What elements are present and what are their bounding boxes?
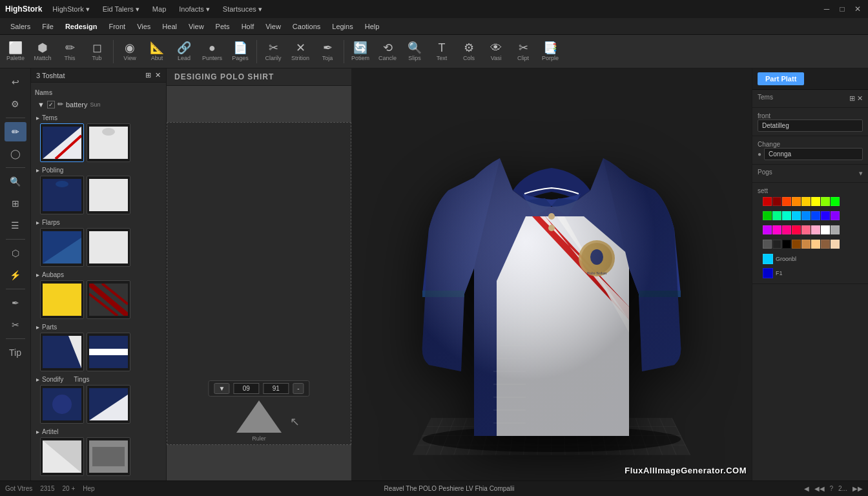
color-white[interactable]: [821, 225, 830, 234]
toolbar-cols[interactable]: ⚙ Cols: [456, 41, 482, 63]
toolbar-vasi[interactable]: 👁 Vasi: [483, 41, 509, 63]
menu-pets[interactable]: Pets: [211, 21, 235, 32]
menu-map[interactable]: Map: [150, 4, 169, 15]
color-light-blue[interactable]: [792, 211, 801, 220]
toolbar-porple[interactable]: 📑 Porple: [537, 41, 563, 63]
toolbar-pages[interactable]: 📄 Pages: [227, 41, 253, 63]
color-darkred[interactable]: [772, 197, 781, 206]
category-artitel[interactable]: ▸ Artitel: [35, 426, 162, 437]
font-dropdown-btn[interactable]: ▼: [214, 383, 229, 394]
color-light-pink[interactable]: [801, 225, 811, 234]
thumbnail-stripe-blue[interactable]: [87, 385, 130, 424]
menu-view[interactable]: View: [183, 21, 209, 32]
menu-holf[interactable]: Holf: [236, 21, 260, 32]
tool-cut[interactable]: ✂: [5, 315, 26, 335]
color-orange[interactable]: [792, 197, 801, 206]
menu-startsuces[interactable]: Startsuces ▾: [220, 4, 265, 15]
thumbnail-white-3[interactable]: [87, 228, 130, 267]
thumbnail-white-diagonal[interactable]: [40, 437, 84, 476]
change-input[interactable]: [764, 148, 863, 160]
font-minus-btn[interactable]: -: [293, 383, 304, 394]
color-dark-blue[interactable]: [821, 211, 830, 220]
color-orange-red[interactable]: [782, 197, 791, 206]
color-magenta[interactable]: [772, 225, 781, 234]
status-nav-next[interactable]: ▶▶: [852, 485, 863, 492]
canvas-body[interactable]: ▼ - Ruler ↖: [167, 86, 351, 480]
color-custom-2[interactable]: [763, 268, 773, 278]
tool-search[interactable]: 🔍: [5, 172, 26, 191]
menu-highstork[interactable]: HighStork ▾: [50, 4, 92, 15]
thumbnail-photo[interactable]: [87, 437, 130, 476]
toolbar-abut[interactable]: 📐 Abut: [144, 41, 170, 63]
menu-caotions[interactable]: Caotions: [287, 21, 326, 32]
color-near-black[interactable]: [772, 240, 781, 249]
toolbar-text[interactable]: T Text: [429, 41, 455, 63]
color-teal-green[interactable]: [782, 211, 791, 220]
thumbnail-yellow[interactable]: [40, 280, 84, 319]
panel-icon-settings[interactable]: ⊞: [145, 71, 151, 79]
color-tan[interactable]: [801, 240, 811, 249]
layer-item-battery[interactable]: ▼ ✓ ✏ battery Sun: [35, 99, 162, 110]
menu-file[interactable]: File: [37, 21, 59, 32]
status-nav-prev2[interactable]: ◀◀: [814, 485, 825, 492]
thumbnail-white[interactable]: [87, 123, 130, 162]
tool-back[interactable]: ↩: [5, 72, 26, 92]
color-pink-red[interactable]: [792, 225, 801, 234]
color-custom-1[interactable]: [763, 254, 773, 264]
color-blue[interactable]: [811, 211, 820, 220]
color-hot-pink[interactable]: [782, 225, 791, 234]
toolbar-tub[interactable]: ◻ Tub: [84, 41, 110, 63]
color-yellow-green[interactable]: [821, 197, 830, 206]
panel-close-icon[interactable]: ✕: [155, 71, 161, 79]
toolbar-cancle[interactable]: ⟲ Cancle: [375, 41, 400, 63]
tool-tip[interactable]: Tip: [5, 343, 26, 362]
color-brown[interactable]: [792, 240, 801, 249]
tool-grid[interactable]: ⊞: [5, 194, 26, 213]
category-parts[interactable]: ▸ Parts: [35, 322, 162, 333]
menu-view2[interactable]: View: [260, 21, 286, 32]
color-sienna[interactable]: [821, 240, 830, 249]
thumbnail-navy-solid[interactable]: [40, 176, 84, 214]
menu-redesign[interactable]: Redesign: [60, 21, 103, 32]
color-green[interactable]: [831, 197, 840, 206]
tool-layers[interactable]: ☰: [5, 216, 26, 235]
part-platt-button[interactable]: Part Platt: [758, 72, 804, 85]
color-yellow[interactable]: [811, 197, 820, 206]
toolbar-strition[interactable]: ✕ Strition: [287, 41, 313, 63]
color-dark-gray[interactable]: [763, 240, 772, 249]
toolbar-palette[interactable]: ⬜ Palette: [3, 41, 28, 63]
close-button[interactable]: ✕: [852, 4, 863, 14]
menu-inofacts[interactable]: Inofacts ▾: [176, 4, 212, 15]
thumbnail-plaid[interactable]: [87, 280, 130, 319]
thumbnail-blue-stripe[interactable]: [87, 333, 130, 371]
layer-checkbox[interactable]: ✓: [47, 101, 55, 108]
color-pale-pink[interactable]: [811, 225, 820, 234]
tool-hex[interactable]: ⬡: [5, 243, 26, 263]
tems-add-button[interactable]: ⊞ ✕: [849, 94, 863, 103]
color-violet[interactable]: [763, 225, 772, 234]
pogs-expand-icon[interactable]: ▾: [859, 169, 863, 178]
menu-vies[interactable]: Vies: [132, 21, 156, 32]
toolbar-clipt[interactable]: ✂ Clipt: [510, 41, 536, 63]
menu-help[interactable]: Help: [360, 21, 385, 32]
category-flarps[interactable]: ▸ Flarps: [35, 217, 162, 228]
menu-heal[interactable]: Heal: [157, 21, 182, 32]
tool-pointer[interactable]: ⚡: [5, 265, 26, 285]
thumbnail-navy-diagonal[interactable]: [40, 123, 84, 162]
status-nav-prev[interactable]: ◀: [804, 485, 809, 492]
color-red[interactable]: [763, 197, 772, 206]
front-input[interactable]: [758, 119, 863, 132]
toolbar-view[interactable]: ◉ View: [117, 41, 143, 63]
menu-eid-talers[interactable]: Eid Talers ▾: [100, 4, 142, 15]
menu-salers[interactable]: Salers: [5, 21, 36, 32]
tool-circle[interactable]: ◯: [5, 144, 26, 163]
color-sky-blue[interactable]: [801, 211, 811, 220]
category-sondify[interactable]: ▸ Sondify Tings: [35, 374, 162, 385]
font-size-input[interactable]: [233, 383, 259, 394]
color-mid-green[interactable]: [763, 211, 772, 220]
thumbnail-blue-diagonal[interactable]: [40, 228, 84, 267]
color-yellow-orange[interactable]: [801, 197, 811, 206]
toolbar-this[interactable]: ✏ This: [57, 41, 83, 63]
tool-draw[interactable]: ✏: [5, 122, 26, 141]
maximize-button[interactable]: □: [837, 4, 847, 14]
